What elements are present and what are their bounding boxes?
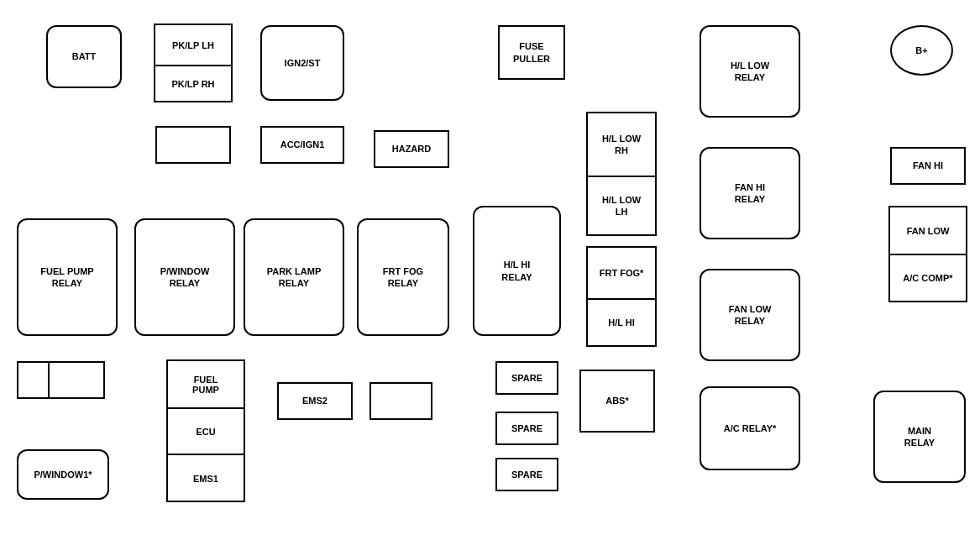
pwindow-relay-label: P/WINDOW RELAY: [160, 265, 210, 290]
fan-hi-relay: FAN HI RELAY: [700, 147, 800, 239]
ems1-label: EMS1: [168, 455, 244, 502]
park-lamp-relay-label: PARK LAMP RELAY: [267, 265, 322, 290]
abs: ABS*: [579, 370, 655, 433]
fuel-pump-label: FUEL PUMP: [168, 361, 244, 407]
ac-comp-right-label: A/C COMP*: [890, 255, 966, 301]
bplus-label: B+: [915, 45, 927, 56]
hl-low-rh-label: H/L LOW RH: [588, 113, 655, 176]
hl-low-relay-label: H/L LOW RELAY: [731, 60, 769, 84]
fuse-box-diagram: BATTPK/LP LHPK/LP RHIGN2/STACC/IGN1HAZAR…: [0, 0, 980, 535]
pwindow-relay: P/WINDOW RELAY: [134, 218, 235, 336]
ems2-fuse-label: EMS2: [302, 395, 328, 406]
batt-label: BATT: [72, 50, 97, 62]
spare1: SPARE: [495, 361, 558, 395]
small-divided-box: [17, 361, 105, 399]
spare3: SPARE: [495, 458, 558, 491]
frt-fog-relay-label: FRT FOG RELAY: [383, 265, 423, 290]
ems2-fuse: EMS2: [277, 382, 353, 420]
bplus: B+: [890, 25, 953, 76]
fan-low-relay: FAN LOW RELAY: [700, 269, 800, 361]
fan-hi-right-label: FAN HI: [913, 160, 943, 171]
fuse-puller: FUSE PULLER: [498, 25, 565, 80]
hazard: HAZARD: [374, 130, 449, 168]
ecu-label: ECU: [168, 409, 244, 454]
hl-hi-relay: H/L HI RELAY: [473, 206, 561, 336]
hazard-label: HAZARD: [392, 143, 431, 155]
hl-hi-relay-label: H/L HI RELAY: [501, 259, 532, 283]
hl-low-relay: H/L LOW RELAY: [700, 25, 800, 118]
fan-hi-relay-label: FAN HI RELAY: [735, 181, 765, 206]
fuel-ecu-ems1-container: FUEL PUMPECUEMS1: [166, 359, 245, 502]
pwindow1-fuse: P/WINDOW1*: [17, 449, 109, 500]
frt-fog-fuse-label: FRT FOG*: [588, 248, 655, 298]
batt: BATT: [46, 25, 122, 88]
main-relay-label: MAIN RELAY: [904, 425, 935, 449]
hl-low-lh-label: H/L LOW LH: [588, 177, 655, 234]
spare2-label: SPARE: [511, 422, 542, 434]
hl-hi-fuse-label: H/L HI: [588, 300, 655, 345]
ac-relay-label: A/C RELAY*: [724, 422, 777, 434]
main-relay: MAIN RELAY: [873, 391, 966, 483]
ac-relay: A/C RELAY*: [700, 386, 800, 470]
fan-hi-right: FAN HI: [890, 147, 966, 185]
pklp-lh-label: PK/LP LH: [155, 25, 231, 65]
pklp-rh-label: PK/LP RH: [155, 66, 231, 101]
fuel-pump-relay-label: FUEL PUMP RELAY: [40, 265, 93, 290]
fan-low-relay-label: FAN LOW RELAY: [729, 303, 772, 328]
frt-fog-relay: FRT FOG RELAY: [357, 218, 449, 336]
accign1-label: ACC/IGN1: [280, 139, 325, 150]
abs-label: ABS*: [605, 395, 629, 406]
ign2st: IGN2/ST: [260, 25, 344, 101]
blank-fuse2: [369, 382, 432, 420]
fan-low-accomp-container: FAN LOWA/C COMP*: [888, 206, 967, 302]
spare2: SPARE: [495, 412, 558, 445]
accign1: ACC/IGN1: [260, 126, 344, 164]
spare3-label: SPARE: [511, 469, 542, 480]
pklp-container: PK/LP LHPK/LP RH: [154, 24, 233, 102]
spare1-label: SPARE: [511, 372, 542, 384]
park-lamp-relay: PARK LAMP RELAY: [244, 218, 344, 336]
frt-fog-hlhi-container: FRT FOG*H/L HI: [586, 246, 657, 347]
fan-low-right-label: FAN LOW: [890, 207, 966, 254]
blank1: [155, 126, 231, 164]
fuel-pump-relay: FUEL PUMP RELAY: [17, 218, 118, 336]
pwindow1-fuse-label: P/WINDOW1*: [34, 469, 92, 480]
ign2st-label: IGN2/ST: [285, 57, 321, 69]
hl-low-fuses-container: H/L LOW RHH/L LOW LH: [586, 112, 657, 236]
fuse-puller-label: FUSE PULLER: [513, 40, 550, 65]
